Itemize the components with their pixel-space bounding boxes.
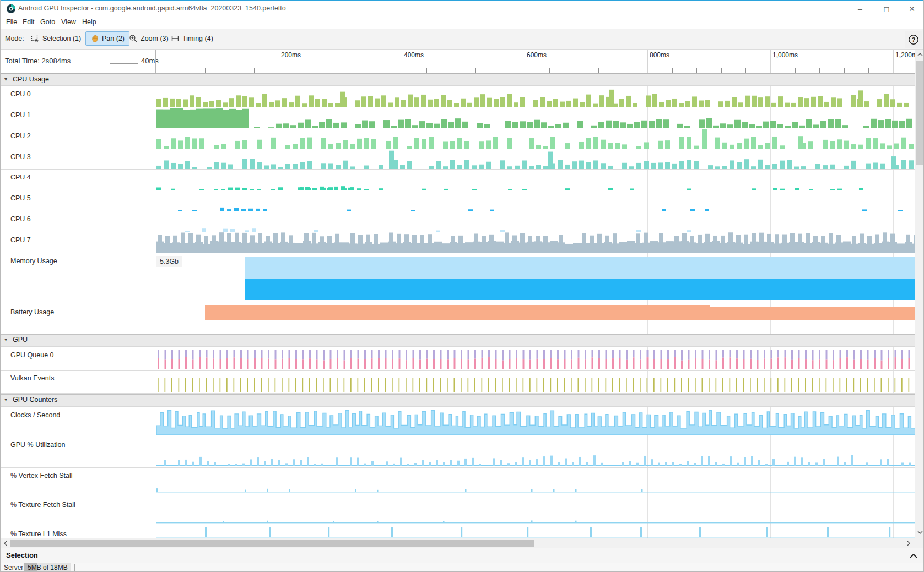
track-label: GPU Queue 0: [10, 351, 54, 359]
vertical-scrollbar[interactable]: [915, 50, 924, 538]
scroll-right-icon[interactable]: [905, 540, 912, 547]
server-label: Server:: [4, 564, 25, 571]
vertical-scrollbar-thumb[interactable]: [916, 61, 923, 165]
horizontal-scrollbar-thumb[interactable]: [10, 540, 534, 547]
collapse-arrow-icon[interactable]: ▾: [4, 396, 7, 402]
track-label: CPU 4: [10, 173, 31, 181]
track-label: % Texture L1 Miss: [10, 530, 67, 538]
track-label: Battery Usage: [10, 308, 54, 316]
scroll-left-icon[interactable]: [2, 540, 9, 547]
track-label: % Texture Fetch Stall: [10, 501, 75, 509]
track-label: CPU 2: [10, 132, 31, 140]
row-divider: [1, 190, 915, 190]
track-label: CPU 5: [10, 194, 31, 202]
group-header-gpu-counters[interactable]: ▾GPU Counters: [1, 394, 915, 407]
row-divider: [1, 107, 915, 107]
collapse-arrow-icon[interactable]: ▾: [4, 336, 7, 342]
horizontal-scrollbar[interactable]: [1, 538, 915, 548]
track-label: CPU 1: [10, 111, 31, 119]
row-divider: [1, 232, 915, 232]
track-label: Clocks / Second: [10, 411, 60, 419]
row-divider: [1, 526, 915, 526]
collapse-arrow-icon[interactable]: ▾: [4, 76, 7, 82]
selection-collapse-button[interactable]: [907, 552, 920, 560]
server-memory-text: 5MB of 18MB: [28, 564, 68, 571]
row-divider: [1, 370, 915, 371]
row-divider: [1, 253, 915, 253]
memory-value-label: 5.3Gb: [156, 256, 182, 267]
track-label: Memory Usage: [10, 257, 57, 265]
row-divider: [1, 497, 915, 497]
track-label: GPU % Utilization: [10, 441, 65, 449]
server-memory-gauge: 5MB of 18MB: [24, 563, 71, 572]
row-divider: [1, 211, 915, 211]
selection-panel-title: Selection: [6, 551, 38, 559]
row-divider: [1, 437, 915, 437]
group-header-label: CPU Usage: [13, 75, 49, 83]
track-label: CPU 3: [10, 153, 31, 161]
row-divider: [1, 304, 915, 304]
track-label: Vulkan Events: [10, 374, 54, 382]
row-divider: [1, 149, 915, 149]
timeline-tracks: ▾CPU UsageCPU 0CPU 1CPU 2CPU 3CPU 4CPU 5…: [1, 0, 924, 538]
scrollbar-corner: [915, 538, 924, 548]
row-divider: [1, 169, 915, 170]
status-separator: [74, 564, 75, 571]
track-label: CPU 6: [10, 215, 31, 223]
row-divider: [1, 467, 915, 468]
track-label: CPU 7: [10, 236, 31, 244]
status-bar: Server: 5MB of 18MB: [1, 563, 924, 572]
group-header-label: GPU: [13, 336, 28, 344]
selection-panel-bar: Selection: [1, 548, 924, 563]
row-divider: [1, 393, 915, 394]
track-label: % Vertex Fetch Stall: [10, 472, 73, 480]
scroll-down-icon[interactable]: [916, 529, 924, 536]
group-header-cpu-usage[interactable]: ▾CPU Usage: [1, 74, 915, 86]
row-divider: [1, 128, 915, 128]
chevron-up-icon: [910, 554, 917, 558]
scroll-up-icon[interactable]: [916, 51, 924, 58]
group-header-label: GPU Counters: [13, 396, 57, 404]
group-header-gpu[interactable]: ▾GPU: [1, 334, 915, 347]
track-label: CPU 0: [10, 90, 31, 98]
